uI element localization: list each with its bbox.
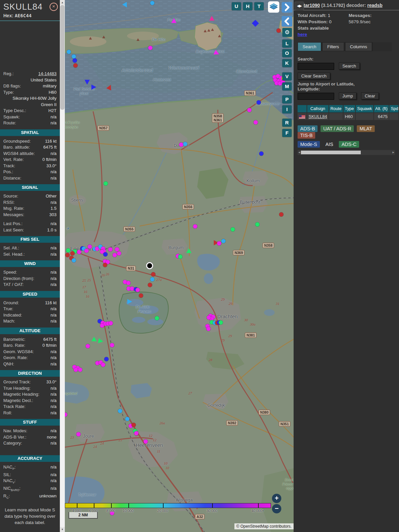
panel-toggle-icon[interactable]: ◀▶ bbox=[295, 2, 304, 10]
column-header-Callsign[interactable]: Callsign bbox=[307, 105, 329, 112]
map-button-o[interactable]: O bbox=[282, 49, 292, 57]
column-header-flag[interactable] bbox=[298, 105, 307, 112]
aircraft-marker[interactable] bbox=[254, 120, 258, 125]
filter-badge-tis-b[interactable]: TIS-B bbox=[298, 132, 315, 139]
search-input[interactable] bbox=[298, 63, 334, 70]
aircraft-marker[interactable] bbox=[148, 283, 152, 287]
aircraft-marker[interactable] bbox=[219, 321, 223, 325]
aircraft-marker[interactable] bbox=[151, 272, 156, 277]
aircraft-marker[interactable] bbox=[84, 249, 89, 253]
sidebar-scrollbar[interactable]: ▲ ▼ bbox=[60, 0, 65, 532]
aircraft-marker[interactable] bbox=[206, 327, 211, 331]
aircraft-marker[interactable] bbox=[221, 239, 226, 243]
aircraft-marker[interactable] bbox=[126, 281, 131, 285]
filter-badge-mlat[interactable]: MLAT bbox=[357, 125, 375, 132]
aircraft-marker[interactable] bbox=[132, 423, 136, 427]
aircraft-marker[interactable] bbox=[104, 182, 108, 186]
filter-badge-uat-ads-r[interactable]: UAT / ADS-R bbox=[321, 125, 354, 132]
aircraft-marker[interactable] bbox=[70, 251, 75, 256]
map-button-v[interactable]: V bbox=[282, 72, 292, 80]
osm-attribution[interactable]: © OpenStreetMap contributors. bbox=[234, 523, 294, 529]
scrollbar-thumb[interactable] bbox=[60, 5, 65, 110]
aircraft-marker[interactable] bbox=[150, 277, 155, 282]
app-link[interactable]: tar1090 bbox=[304, 3, 320, 8]
aircraft-marker[interactable] bbox=[66, 253, 70, 257]
aircraft-marker[interactable] bbox=[178, 255, 183, 259]
column-header-Type[interactable]: Type bbox=[343, 105, 355, 112]
aircraft-marker[interactable] bbox=[72, 258, 76, 263]
aircraft-marker[interactable] bbox=[109, 321, 113, 326]
aircraft-marker[interactable] bbox=[136, 288, 140, 292]
panel-collapse-button[interactable] bbox=[282, 16, 292, 27]
aircraft-marker[interactable] bbox=[247, 108, 252, 112]
aircraft-marker[interactable] bbox=[103, 252, 108, 257]
jump-button[interactable]: Jump bbox=[339, 92, 357, 99]
aircraft-marker[interactable] bbox=[88, 245, 92, 249]
aircraft-marker[interactable] bbox=[110, 343, 114, 347]
aircraft-marker[interactable] bbox=[86, 344, 90, 348]
scroll-down-icon[interactable]: ▼ bbox=[60, 527, 65, 532]
tab-filters[interactable]: Filters bbox=[322, 42, 344, 51]
aircraft-marker[interactable] bbox=[113, 253, 117, 257]
map-button-k[interactable]: K bbox=[282, 59, 292, 67]
aircraft-marker[interactable] bbox=[125, 417, 130, 421]
column-header-Squawk[interactable]: Squawk bbox=[356, 105, 373, 112]
search-button[interactable]: Search bbox=[339, 63, 360, 69]
aircraft-marker[interactable] bbox=[257, 100, 261, 105]
map-button-m[interactable]: M bbox=[282, 82, 292, 90]
selected-aircraft-marker[interactable] bbox=[146, 262, 153, 269]
aircraft-marker[interactable] bbox=[74, 368, 78, 372]
aircraft-marker[interactable] bbox=[134, 431, 139, 436]
decoder-link[interactable]: readsb bbox=[367, 3, 382, 8]
aircraft-marker[interactable] bbox=[104, 357, 109, 361]
aircraft-marker[interactable] bbox=[217, 241, 221, 246]
hscrollbar-thumb[interactable] bbox=[301, 151, 361, 154]
filter-badge-ads-b[interactable]: ADS-B bbox=[298, 125, 318, 132]
map-button-h[interactable]: H bbox=[243, 2, 252, 10]
aircraft-marker[interactable] bbox=[66, 248, 70, 253]
aircraft-marker[interactable] bbox=[255, 222, 260, 227]
map-button-r[interactable]: R bbox=[282, 119, 292, 127]
aircraft-marker[interactable] bbox=[117, 251, 121, 256]
filter-badge-mode-s[interactable]: Mode-S bbox=[298, 141, 320, 148]
map-canvas[interactable]: StiensLeeuwardenBurgumDokkumKollumBuiten… bbox=[65, 0, 294, 532]
aircraft-marker[interactable] bbox=[155, 316, 159, 321]
aircraft-marker[interactable] bbox=[78, 368, 82, 372]
clear-search-button[interactable]: Clear Search bbox=[298, 72, 330, 79]
aircraft-marker[interactable] bbox=[67, 50, 71, 54]
aircraft-marker[interactable] bbox=[108, 247, 113, 252]
map-button-u[interactable]: U bbox=[232, 2, 241, 10]
scroll-left-icon[interactable]: ◄ bbox=[298, 150, 301, 155]
filter-badge-ads-c[interactable]: ADS-C bbox=[339, 141, 359, 148]
scroll-right-icon[interactable]: ► bbox=[392, 150, 395, 155]
map-button-t[interactable]: T bbox=[254, 2, 264, 10]
aircraft-marker[interactable] bbox=[150, 1, 155, 5]
map-button-l[interactable]: L bbox=[282, 40, 292, 48]
aircraft-marker[interactable] bbox=[139, 294, 143, 298]
aircraft-marker[interactable] bbox=[259, 152, 264, 156]
aircraft-marker[interactable] bbox=[144, 440, 148, 444]
callsign-link[interactable]: SKULL84 bbox=[309, 114, 327, 119]
map-button-p[interactable]: P bbox=[282, 95, 292, 103]
aircraft-marker[interactable] bbox=[103, 263, 107, 267]
map-button-f[interactable]: F bbox=[282, 129, 292, 137]
aircraft-marker[interactable] bbox=[130, 287, 134, 291]
jump-input[interactable] bbox=[298, 93, 334, 100]
aircraft-marker[interactable] bbox=[231, 227, 235, 232]
column-header-Spd.[interactable]: Spd. bbox=[389, 105, 398, 112]
table-row[interactable]: SKULL84H606475 bbox=[298, 113, 398, 120]
aircraft-marker[interactable] bbox=[193, 224, 198, 229]
aircraft-marker[interactable] bbox=[77, 250, 81, 254]
aircraft-marker[interactable] bbox=[101, 363, 105, 367]
zoom-out-button[interactable]: − bbox=[272, 504, 281, 513]
table-horizontal-scrollbar[interactable]: ◄ ► bbox=[298, 150, 395, 155]
aircraft-marker[interactable] bbox=[100, 324, 104, 328]
scroll-up-icon[interactable]: ▲ bbox=[60, 0, 65, 5]
aircraft-marker[interactable] bbox=[72, 55, 76, 59]
close-icon[interactable]: × bbox=[50, 3, 58, 11]
stats-here-link[interactable]: here bbox=[298, 32, 307, 37]
column-header-Alt. (ft)[interactable]: Alt. (ft) bbox=[374, 105, 389, 112]
aircraft-marker[interactable] bbox=[207, 316, 211, 320]
tab-columns[interactable]: Columns bbox=[345, 42, 372, 51]
panel-expand-button[interactable] bbox=[282, 2, 292, 13]
